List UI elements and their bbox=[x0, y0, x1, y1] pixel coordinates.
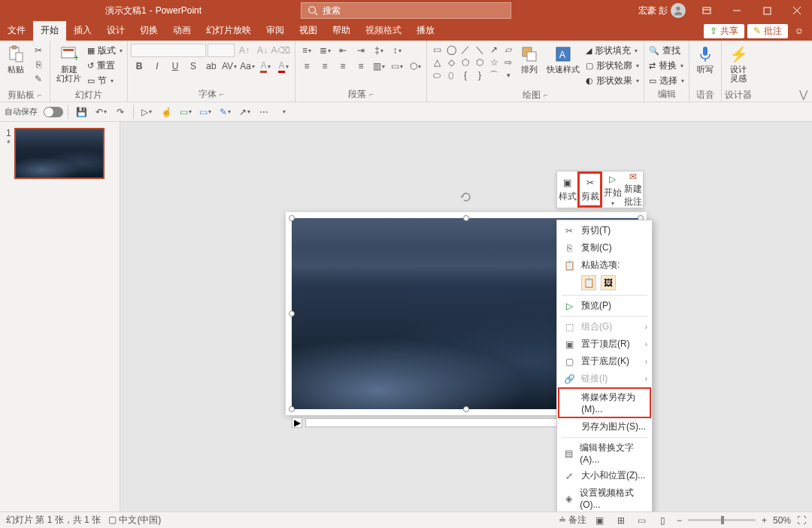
qat-shape2-button[interactable]: ▭▾ bbox=[197, 104, 214, 120]
notes-button[interactable]: ≐ 备注 bbox=[559, 514, 586, 526]
format-painter-button[interactable]: ✎ bbox=[30, 72, 47, 86]
account-button[interactable]: 宏豪 彭 bbox=[632, 3, 692, 18]
layout-button[interactable]: ▦ 版式▾ bbox=[86, 44, 124, 58]
mini-crop-button[interactable]: ✂剪裁 bbox=[577, 171, 602, 208]
indent-left-button[interactable]: ⇤ bbox=[335, 44, 351, 57]
paste-button[interactable]: 粘贴 bbox=[3, 44, 29, 89]
ribbon-display-button[interactable] bbox=[692, 0, 722, 21]
dictate-button[interactable]: 听写 bbox=[692, 44, 718, 89]
autosave-toggle[interactable] bbox=[44, 107, 63, 117]
ctx-copy[interactable]: ⎘复制(C) bbox=[557, 239, 652, 256]
tab-slideshow[interactable]: 幻灯片放映 bbox=[198, 21, 259, 41]
cut-button[interactable]: ✂ bbox=[30, 44, 47, 57]
ctx-edit-alt-text[interactable]: ▤编辑替换文字(A)... bbox=[557, 439, 652, 467]
tab-transitions[interactable]: 切换 bbox=[132, 21, 165, 41]
ctx-preview[interactable]: ▷预览(P) bbox=[557, 297, 652, 314]
redo-button[interactable]: ↷ bbox=[112, 104, 129, 120]
underline-button[interactable]: U bbox=[167, 59, 183, 73]
slide-canvas[interactable]: ▶ ◀ ▣样式 ✂剪裁 ▷开始▾ ✉新建 批注 剪裁 ✂剪切(T) ⎘复制(C)… bbox=[120, 122, 812, 513]
resize-handle-bm[interactable] bbox=[463, 406, 469, 412]
tab-view[interactable]: 视图 bbox=[292, 21, 325, 41]
qat-arrow-button[interactable]: ↗▾ bbox=[236, 104, 253, 120]
zoom-slider[interactable] bbox=[688, 519, 756, 521]
line-spacing-button[interactable]: ‡▾ bbox=[371, 44, 387, 57]
collapse-ribbon-button[interactable]: ⋁ bbox=[799, 88, 807, 100]
clear-format-button[interactable]: A⌫ bbox=[272, 44, 289, 57]
ctx-save-media-as[interactable]: 将媒体另存为(M)... bbox=[558, 387, 651, 418]
mini-home-button[interactable]: ▷开始▾ bbox=[602, 171, 623, 208]
slide-thumbnail-1[interactable] bbox=[14, 128, 105, 179]
mini-style-button[interactable]: ▣样式 bbox=[557, 171, 577, 208]
font-size-select[interactable] bbox=[208, 44, 235, 57]
zoom-level[interactable]: 50% bbox=[773, 515, 791, 526]
share-button[interactable]: ⇪共享 bbox=[704, 24, 744, 38]
quick-styles-button[interactable]: A 快速样式 bbox=[544, 44, 583, 89]
close-button[interactable] bbox=[782, 0, 812, 21]
save-button[interactable]: 💾 bbox=[73, 104, 89, 120]
tab-playback[interactable]: 播放 bbox=[409, 21, 442, 41]
columns-button[interactable]: ▥▾ bbox=[371, 59, 387, 73]
tab-file[interactable]: 文件 bbox=[0, 21, 33, 41]
tab-help[interactable]: 帮助 bbox=[325, 21, 358, 41]
sorter-view-button[interactable]: ⊞ bbox=[614, 514, 629, 527]
shape-outline-button[interactable]: ▢ 形状轮廓▾ bbox=[584, 59, 641, 73]
tab-review[interactable]: 审阅 bbox=[259, 21, 292, 41]
highlight-button[interactable]: A▾ bbox=[257, 59, 274, 73]
ctx-bring-front[interactable]: ▣置于顶层(R)› bbox=[557, 335, 652, 353]
strike-button[interactable]: S bbox=[185, 59, 201, 73]
rotate-handle[interactable] bbox=[460, 191, 472, 203]
qat-pen-button[interactable]: ✎▾ bbox=[217, 104, 233, 120]
smartart-button[interactable]: ⬡▾ bbox=[407, 59, 423, 73]
resize-handle-tl[interactable] bbox=[289, 215, 295, 221]
arrange-button[interactable]: 排列 bbox=[517, 44, 542, 89]
drawing-launcher[interactable]: ⌐ bbox=[544, 91, 548, 99]
tab-home[interactable]: 开始 bbox=[33, 21, 66, 41]
copy-button[interactable]: ⎘ bbox=[30, 58, 47, 71]
paragraph-launcher[interactable]: ⌐ bbox=[369, 90, 374, 99]
ctx-size-position[interactable]: ⤢大小和位置(Z)... bbox=[557, 467, 652, 484]
reset-button[interactable]: ↺ 重置 bbox=[86, 59, 124, 73]
fit-window-button[interactable]: ⛶ bbox=[797, 515, 806, 526]
align-left-button[interactable]: ≡ bbox=[298, 59, 315, 73]
tab-animations[interactable]: 动画 bbox=[165, 21, 198, 41]
resize-handle-ml[interactable] bbox=[289, 311, 295, 317]
mini-comment-button[interactable]: ✉新建 批注 bbox=[623, 171, 643, 208]
ctx-cut[interactable]: ✂剪切(T) bbox=[557, 222, 652, 239]
qat-slideshow-button[interactable]: ▷▾ bbox=[138, 104, 155, 120]
bullets-button[interactable]: ≡▾ bbox=[298, 44, 315, 57]
find-button[interactable]: 🔍 查找 bbox=[647, 44, 686, 58]
align-right-button[interactable]: ≡ bbox=[335, 59, 351, 73]
slideshow-view-button[interactable]: ▯ bbox=[656, 514, 671, 527]
resize-handle-tm[interactable] bbox=[463, 215, 469, 221]
shapes-gallery[interactable]: ▭◯／＼↗▱ △◇⬠⬡☆⇨ ⬭⬯{}⌒▾ bbox=[430, 44, 515, 81]
grow-font-button[interactable]: A↑ bbox=[236, 44, 253, 57]
resize-handle-bl[interactable] bbox=[289, 406, 295, 412]
tab-design[interactable]: 设计 bbox=[99, 21, 132, 41]
shape-effects-button[interactable]: ◐ 形状效果▾ bbox=[584, 74, 641, 88]
font-color-button[interactable]: A▾ bbox=[275, 59, 292, 73]
ctx-paste-keep-source[interactable]: 📋 bbox=[581, 275, 596, 290]
font-family-select[interactable] bbox=[131, 44, 206, 57]
section-button[interactable]: ▭ 节▾ bbox=[86, 74, 124, 88]
change-case-button[interactable]: Aa▾ bbox=[239, 59, 256, 73]
feedback-icon[interactable]: ☺ bbox=[791, 23, 807, 39]
select-button[interactable]: ▭ 选择▾ bbox=[647, 74, 686, 88]
align-text-button[interactable]: ▭▾ bbox=[389, 59, 405, 73]
ctx-send-back[interactable]: ▢置于底层(K)› bbox=[557, 353, 652, 370]
numbering-button[interactable]: ≣▾ bbox=[317, 44, 333, 57]
zoom-in-button[interactable]: + bbox=[762, 515, 767, 526]
text-direction-button[interactable]: ↕▾ bbox=[389, 44, 405, 57]
indent-right-button[interactable]: ⇥ bbox=[353, 44, 369, 57]
justify-button[interactable]: ≡ bbox=[353, 59, 369, 73]
shrink-font-button[interactable]: A↓ bbox=[254, 44, 271, 57]
shape-fill-button[interactable]: ◢ 形状填充▾ bbox=[584, 44, 641, 58]
slide-counter[interactable]: 幻灯片 第 1 张，共 1 张 bbox=[6, 514, 101, 526]
font-launcher[interactable]: ⌐ bbox=[220, 90, 224, 99]
zoom-out-button[interactable]: − bbox=[677, 515, 682, 526]
minimize-button[interactable] bbox=[722, 0, 752, 21]
clipboard-launcher[interactable]: ⌐ bbox=[38, 91, 42, 99]
align-center-button[interactable]: ≡ bbox=[317, 59, 333, 73]
normal-view-button[interactable]: ▣ bbox=[592, 514, 607, 527]
ctx-format-video[interactable]: ◈设置视频格式(O)... bbox=[557, 484, 652, 512]
qat-touch-button[interactable]: ☝ bbox=[158, 104, 174, 120]
